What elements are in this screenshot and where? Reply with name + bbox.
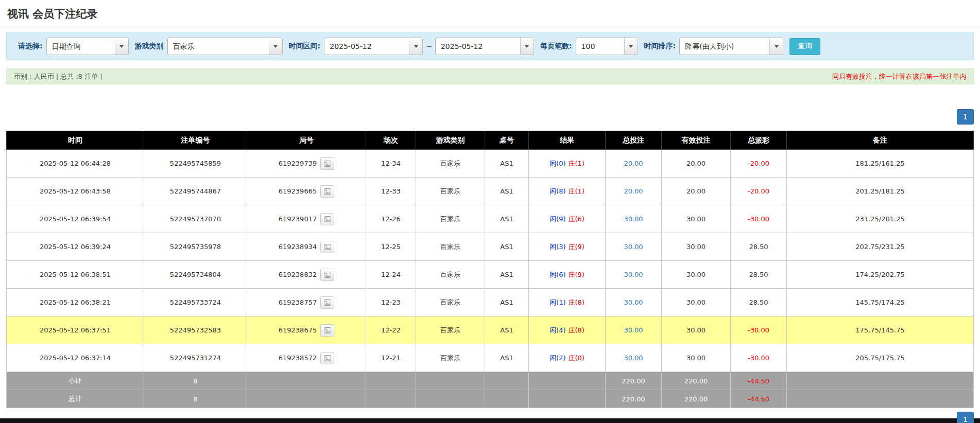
cell-round: 619239739: [247, 150, 366, 178]
total-valid-bet: 220.00: [662, 390, 731, 408]
cell-table-no: AS1: [485, 316, 529, 344]
page-size-value[interactable]: 100: [576, 38, 624, 55]
cell-bet-id: 522495733724: [144, 289, 247, 316]
cell-payout: 28.50: [731, 289, 787, 316]
cell-game-type: 百家乐: [416, 233, 485, 261]
cell-result: 闲(2)庄(0): [529, 344, 606, 372]
cell-payout: -30.00: [731, 205, 787, 233]
table-row: 2025-05-12 06:37:14 522495731274 6192385…: [7, 344, 974, 372]
caret-down-icon: [119, 45, 124, 48]
page-size-caret-button[interactable]: [624, 38, 638, 55]
cell-payout: -20.00: [731, 150, 787, 178]
sort-order-dropdown[interactable]: 降幂(由大到小): [679, 38, 783, 55]
pagination-top: 1: [6, 109, 974, 125]
round-number: 619238572: [279, 354, 317, 362]
cell-payout: -20.00: [731, 178, 787, 205]
date-from-dropdown[interactable]: 2025-05-12: [324, 38, 423, 55]
view-round-result-button[interactable]: [320, 213, 334, 225]
view-round-result-button[interactable]: [320, 269, 334, 281]
subtotal-label: 小计: [7, 372, 144, 390]
cell-game-type: 百家乐: [416, 150, 485, 178]
round-result-icon: [324, 244, 331, 250]
pagination-bottom-page-1-button[interactable]: 1: [957, 412, 974, 423]
total-bet-link[interactable]: 30.00: [624, 215, 643, 223]
game-type-dropdown[interactable]: 百家乐: [167, 38, 283, 55]
select-type-dropdown[interactable]: 日期查询: [46, 38, 129, 55]
subtotal-count: 8: [144, 372, 247, 390]
date-to-dropdown[interactable]: 2025-05-12: [435, 38, 534, 55]
round-result-icon: [324, 272, 331, 278]
cell-total-bet: 30.00: [606, 316, 662, 344]
result-banker: 庄(9): [569, 271, 584, 278]
view-round-result-button[interactable]: [320, 185, 334, 198]
view-round-result-button[interactable]: [320, 324, 334, 337]
cell-remark: 175.75/145.75: [787, 316, 974, 344]
search-button[interactable]: 查询: [789, 38, 820, 55]
cell-valid-bet: 30.00: [662, 344, 731, 372]
total-bet-link[interactable]: 20.00: [624, 187, 643, 195]
total-bet-link[interactable]: 30.00: [624, 326, 643, 334]
date-to-value[interactable]: 2025-05-12: [436, 38, 520, 55]
total-bet-link[interactable]: 30.00: [624, 354, 643, 362]
cell-game-type: 百家乐: [416, 261, 485, 289]
page-size-dropdown[interactable]: 100: [576, 38, 638, 55]
header-valid-bet: 有效投注: [662, 131, 731, 150]
table-row: 2025-05-12 06:38:51 522495734804 6192388…: [7, 261, 974, 289]
total-row: 总计 8 220.00 220.00 -44.50: [7, 390, 974, 408]
cell-payout: -30.00: [731, 316, 787, 344]
cell-remark: 202.75/231.25: [787, 233, 974, 261]
cell-valid-bet: 30.00: [662, 316, 731, 344]
cell-valid-bet: 30.00: [662, 205, 731, 233]
header-total-bet: 总投注: [606, 131, 662, 150]
round-number: 619238832: [279, 271, 317, 278]
select-type-value[interactable]: 日期查询: [47, 38, 115, 55]
game-type-label: 游戏类别: [135, 42, 164, 51]
cell-result: 闲(0)庄(1): [529, 150, 606, 178]
caret-down-icon: [775, 45, 779, 48]
cell-total-bet: 20.00: [606, 150, 662, 178]
view-round-result-button[interactable]: [320, 352, 334, 364]
page-header: 视讯 会员下注纪录: [0, 0, 980, 27]
cell-table-no: AS1: [485, 261, 529, 289]
view-round-result-button[interactable]: [320, 157, 334, 170]
sort-order-value[interactable]: 降幂(由大到小): [680, 38, 769, 55]
select-type-label: 请选择:: [18, 42, 43, 51]
total-bet-link[interactable]: 20.00: [624, 160, 643, 167]
round-result-icon: [324, 188, 331, 195]
select-type-caret-button[interactable]: [115, 38, 128, 55]
date-to-caret-button[interactable]: [520, 38, 534, 55]
cell-total-bet: 20.00: [606, 178, 662, 205]
pagination-page-1-button[interactable]: 1: [957, 109, 974, 125]
view-round-result-button[interactable]: [320, 296, 334, 309]
game-type-value[interactable]: 百家乐: [168, 38, 269, 55]
cell-time: 2025-05-12 06:39:24: [7, 233, 144, 261]
cell-game-type: 百家乐: [416, 289, 485, 316]
round-number: 619238934: [279, 243, 317, 251]
cell-round: 619238757: [247, 289, 366, 316]
round-result-icon: [324, 299, 331, 306]
caret-down-icon: [525, 45, 529, 48]
table-row: 2025-05-12 06:39:54 522495737070 6192390…: [7, 205, 974, 233]
game-type-caret-button[interactable]: [269, 38, 282, 55]
result-player: 闲(2): [549, 354, 565, 362]
caret-down-icon: [273, 45, 278, 48]
cell-result: 闲(1)庄(8): [529, 289, 606, 316]
result-player: 闲(0): [549, 160, 565, 167]
view-round-result-button[interactable]: [320, 241, 334, 253]
cell-bet-id: 522495731274: [144, 344, 247, 372]
cell-table-no: AS1: [485, 344, 529, 372]
sort-order-caret-button[interactable]: [769, 38, 783, 55]
cell-bet-id: 522495735978: [144, 233, 247, 261]
header-round: 局号: [247, 131, 366, 150]
total-bet-link[interactable]: 30.00: [624, 271, 643, 278]
cell-game-type: 百家乐: [416, 316, 485, 344]
cell-round: 619238934: [247, 233, 366, 261]
date-from-value[interactable]: 2025-05-12: [324, 38, 409, 55]
date-range-separator: ~: [426, 42, 432, 50]
total-bet-link[interactable]: 30.00: [624, 243, 643, 251]
total-bet-link[interactable]: 30.00: [624, 298, 643, 306]
cell-remark: 174.25/202.75: [787, 261, 974, 289]
date-from-caret-button[interactable]: [409, 38, 422, 55]
cell-total-bet: 30.00: [606, 344, 662, 372]
cell-total-bet: 30.00: [606, 261, 662, 289]
